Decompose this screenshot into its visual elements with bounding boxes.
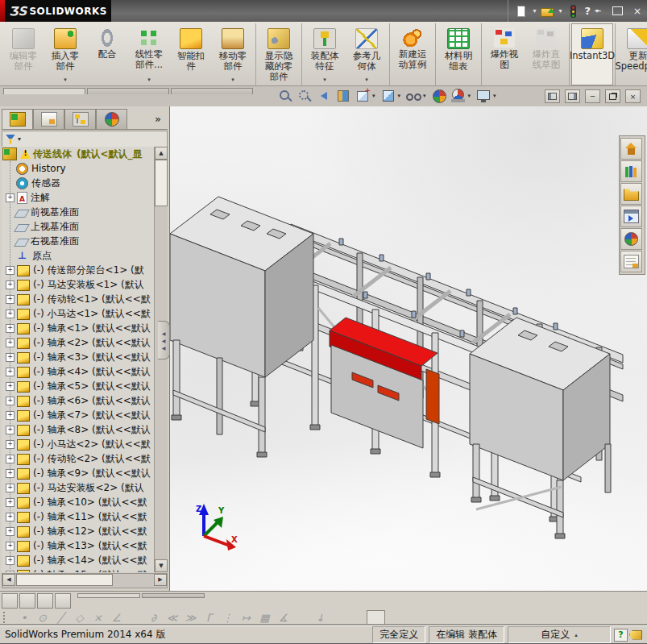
command-button[interactable]: 线性零 部件... ▾ [128,23,170,85]
command-button[interactable]: 爆炸视 图 [483,23,525,85]
expand-icon[interactable] [6,411,15,420]
tree-item[interactable]: (-) 轴承<15> (默认<<默 [2,567,155,572]
expand-icon[interactable] [6,556,15,565]
new-dropdown-icon[interactable]: ▾ [533,7,536,15]
view-tool-button[interactable] [296,88,313,104]
tree-item[interactable]: (-) 小马达<1> (默认<<默 [2,306,155,321]
expand-icon[interactable] [6,193,15,202]
panel-splitter-handle[interactable] [158,321,170,359]
performance-lights-icon[interactable] [566,5,579,18]
expand-icon[interactable] [6,397,15,405]
tree-item[interactable]: (-) 马达安装板<1> (默认 [2,277,155,292]
expand-icon[interactable] [6,280,15,289]
sketch-tool-icon[interactable]: ∂ [144,610,163,625]
tab-nav-icon[interactable] [2,593,18,609]
panel-more-icon[interactable]: » [155,113,166,128]
panel-tab[interactable] [33,109,64,129]
doc-tab[interactable] [142,593,205,598]
menu-item[interactable] [218,8,231,15]
doc-minimize-button[interactable]: ─ [585,89,600,103]
sketch-tool-icon[interactable]: ≫ [181,610,200,625]
expand-icon[interactable] [6,513,15,521]
custom-dropdown[interactable]: 自定义 ▴ [508,626,611,643]
command-button[interactable]: 移动零 部件 ▾ [212,23,254,85]
tree-item[interactable]: (-) 轴承<1> (默认<<默认 [2,321,155,335]
tree-item[interactable]: (-) 轴承<13> (默认<<默 [2,538,155,553]
tree-item[interactable]: (-) 小马达<2> (默认<<默 [2,437,155,451]
expand-icon[interactable] [6,440,15,449]
chevron-down-icon[interactable]: ▾ [365,77,368,85]
expand-icon[interactable] [6,426,15,434]
panel-tab[interactable] [64,109,96,129]
tree-item[interactable]: (-) 轴承<10> (默认<<默 [2,495,155,509]
tree-item[interactable]: (-) 轴承<8> (默认<<默认 [2,422,155,437]
expand-icon[interactable] [6,498,15,507]
sketch-tool-icon[interactable]: ⊙ [33,610,52,625]
command-button[interactable]: 装配体 特征 ▾ [304,23,346,85]
sketch-tool-icon[interactable]: ↓ [311,610,330,625]
new-document-icon[interactable] [515,5,528,18]
command-button[interactable]: 配合 [86,23,128,85]
tree-item[interactable]: (-) 轴承<14> (默认<<默 [2,553,155,567]
sketch-tool-icon[interactable] [330,610,348,625]
chevron-down-icon[interactable]: ▾ [323,77,326,85]
chevron-down-icon[interactable]: ▾ [398,93,401,99]
help-icon[interactable]: ? [584,5,591,17]
tree-item[interactable]: (-) 轴承<4> (默认<<默认 [2,364,155,379]
menu-item[interactable] [175,8,188,15]
command-button[interactable]: 新建运 动算例 [392,23,433,85]
toolbar-grip[interactable] [3,612,8,623]
view-tool-button[interactable]: ▾ [404,88,429,104]
command-button[interactable]: 编辑零 部件 [2,23,44,85]
open-document-icon[interactable] [541,5,554,18]
expand-icon[interactable] [6,527,15,536]
command-button[interactable]: 智能扣 件 [170,23,212,85]
chevron-down-icon[interactable]: ▾ [468,93,471,99]
scroll-down-icon[interactable] [155,559,168,572]
mode-tab[interactable] [3,88,85,94]
command-button[interactable]: 材料明 细表 [438,23,479,85]
tree-vertical-scrollbar[interactable] [154,147,168,572]
tree-item[interactable]: (-) 轴承<12> (默认<<默 [2,524,155,538]
chevron-down-icon[interactable]: ▾ [493,93,496,99]
expand-icon[interactable] [6,484,15,492]
chevron-down-icon[interactable]: ▾ [423,93,426,99]
tree-item[interactable]: 上视基准面 [2,219,155,234]
menu-item[interactable] [146,8,159,15]
expand-icon[interactable] [6,266,15,275]
expand-icon[interactable] [6,542,15,551]
tree-filter-bar[interactable]: ▾ [2,131,168,147]
tree-item[interactable]: (-) 轴承<11> (默认<<默 [2,509,155,524]
menu-item[interactable] [117,8,130,15]
sketch-tool-icon[interactable]: × [89,610,107,625]
expand-icon[interactable] [6,353,15,362]
tree-item[interactable]: (-) 轴承<6> (默认<<默认 [2,393,155,408]
sketch-tool-icon[interactable]: Γ [200,610,218,625]
tree-item[interactable]: (-) 传动轮<2> (默认<<默 [2,451,155,466]
sketch-tool-icon[interactable]: ∠ [107,610,126,625]
view-tool-button[interactable]: ▾ [450,88,474,104]
maximize-button[interactable] [612,6,623,15]
view-tool-button[interactable] [334,88,352,104]
scrollbar-thumb[interactable] [16,574,113,586]
doc-tab[interactable] [77,593,140,598]
tree-item[interactable]: 传感器 [2,176,155,190]
sketch-tool-icon[interactable] [292,610,311,625]
tree-item[interactable]: (-) 轴承<2> (默认<<默认 [2,335,155,350]
sketch-tool-icon[interactable]: ≪ [163,610,181,625]
tree-item[interactable]: (-) 传送部分架台<1> (默 [2,263,155,277]
quick-tips-icon[interactable] [614,629,628,642]
command-button[interactable]: 显示隐 藏的零 部件 [258,23,300,85]
chevron-down-icon[interactable]: ▾ [231,77,234,85]
minimize-button[interactable]: ─ [591,6,604,17]
tree-item[interactable]: (-) 轴承<7> (默认<<默认 [2,408,155,422]
expand-icon[interactable] [6,382,15,391]
tree-item[interactable]: 注解 [2,190,155,205]
expand-icon[interactable] [6,310,15,318]
sketch-tool-icon[interactable] [367,610,385,625]
expand-icon[interactable] [6,324,15,333]
expand-icon[interactable] [6,368,15,376]
command-button[interactable]: 更新 Speedpak [617,23,647,85]
menu-item[interactable] [131,8,144,15]
view-tool-button[interactable]: ▾ [354,88,378,104]
